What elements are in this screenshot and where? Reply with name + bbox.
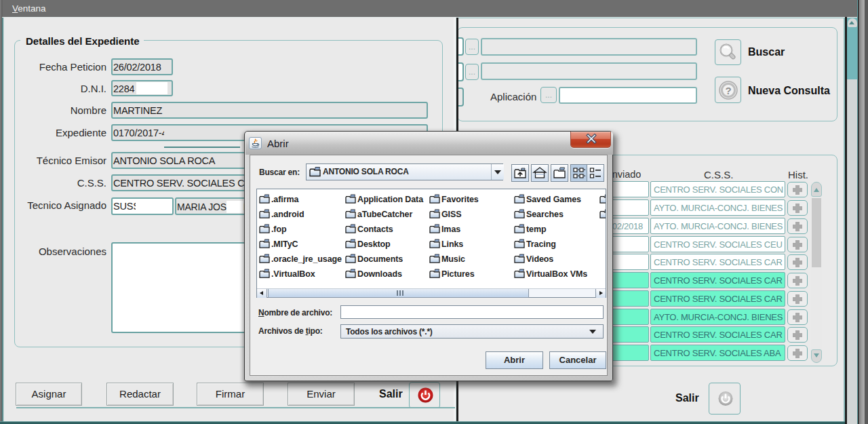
svg-text:?: ? — [725, 85, 731, 96]
